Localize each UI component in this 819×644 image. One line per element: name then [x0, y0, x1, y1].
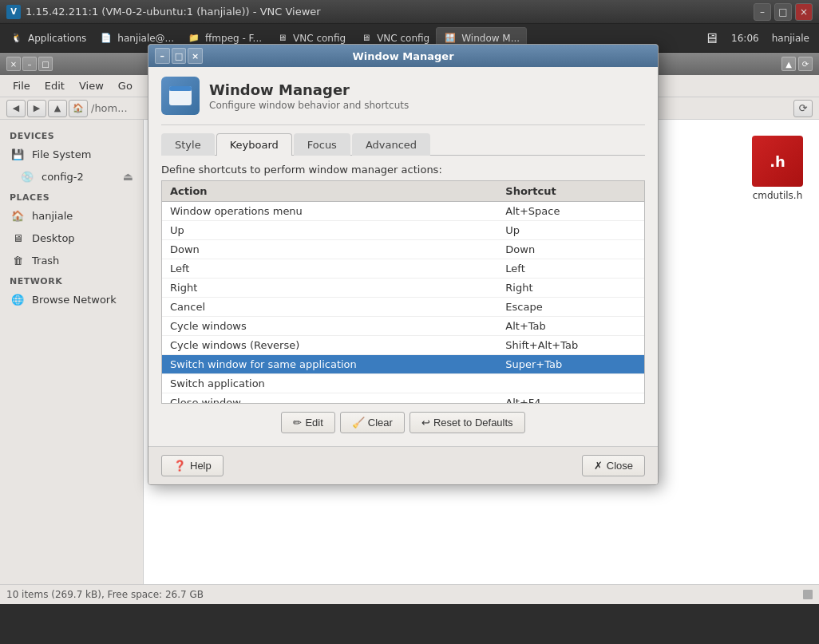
tab-focus[interactable]: Focus [294, 133, 350, 156]
dialog-title-bar: – □ × Window Manager [148, 45, 658, 67]
cell-action: Cycle windows [162, 317, 497, 336]
cell-shortcut: Alt+F4 [497, 393, 644, 405]
table-row[interactable]: Window operations menuAlt+Space [162, 202, 644, 221]
cell-action: Cancel [162, 298, 497, 317]
wm-svg-icon [168, 83, 193, 109]
close-icon: ✗ [594, 460, 603, 472]
header-shortcut: Shortcut [497, 181, 644, 202]
dialog-overlay: – □ × Window Manager Window Manager [0, 0, 819, 644]
header-action: Action [162, 181, 497, 202]
cell-shortcut: Shift+Alt+Tab [497, 336, 644, 355]
tab-bar: Style Keyboard Focus Advanced [161, 133, 645, 156]
cell-shortcut: Alt+Space [497, 202, 644, 221]
table-row[interactable]: Cycle windowsAlt+Tab [162, 317, 644, 336]
tab-style[interactable]: Style [161, 133, 215, 156]
reset-button[interactable]: ↩ Reset to Defaults [410, 412, 525, 433]
dialog-close-button[interactable]: ✗ Close [582, 455, 645, 476]
dialog-app-icon [161, 77, 200, 115]
cell-shortcut: Right [497, 279, 644, 298]
dialog-content: Window Manager Configure window behavior… [148, 67, 658, 446]
dialog-close-btn[interactable]: × [188, 48, 203, 64]
table-header-row: Action Shortcut [162, 181, 644, 202]
dialog-title-text: Window Manager [203, 50, 603, 62]
cell-shortcut: Down [497, 240, 644, 259]
edit-icon: ✏ [293, 417, 302, 429]
cell-shortcut: Alt+Tab [497, 317, 644, 336]
cell-shortcut: Escape [497, 298, 644, 317]
cell-action: Switch application [162, 374, 497, 393]
table-row[interactable]: RightRight [162, 279, 644, 298]
table-row[interactable]: CancelEscape [162, 298, 644, 317]
cell-action: Up [162, 221, 497, 240]
clear-icon: 🧹 [352, 417, 365, 429]
cell-action: Down [162, 240, 497, 259]
cell-action: Left [162, 259, 497, 279]
cell-action: Window operations menu [162, 202, 497, 221]
table-row[interactable]: LeftLeft [162, 259, 644, 279]
cell-action: Close window [162, 393, 497, 405]
cell-shortcut: Left [497, 259, 644, 279]
cell-action: Switch window for same application [162, 355, 497, 374]
dialog-minimize-btn[interactable]: – [155, 48, 170, 64]
dialog-header-text: Window Manager Configure window behavior… [209, 81, 409, 111]
dialog-footer: ❓ Help ✗ Close [148, 446, 658, 484]
reset-icon: ↩ [421, 417, 430, 429]
dialog-app-subtitle: Configure window behavior and shortcuts [209, 100, 409, 111]
cell-action: Right [162, 279, 497, 298]
cell-shortcut: Up [497, 221, 644, 240]
table-row[interactable]: UpUp [162, 221, 644, 240]
dialog-actions: ✏ Edit 🧹 Clear ↩ Reset to Defaults [161, 404, 645, 437]
help-icon: ❓ [173, 460, 186, 472]
shortcuts-table-wrapper[interactable]: Action Shortcut Window operations menuAl… [161, 180, 645, 404]
svg-rect-2 [169, 86, 192, 91]
dialog-header: Window Manager Configure window behavior… [161, 77, 645, 125]
edit-button[interactable]: ✏ Edit [281, 412, 334, 433]
table-row[interactable]: Switch application [162, 374, 644, 393]
help-button[interactable]: ❓ Help [161, 455, 224, 476]
tab-keyboard[interactable]: Keyboard [216, 133, 292, 156]
table-row[interactable]: DownDown [162, 240, 644, 259]
tab-advanced[interactable]: Advanced [352, 133, 430, 156]
cell-shortcut [497, 374, 644, 393]
table-row[interactable]: Close windowAlt+F4 [162, 393, 644, 405]
shortcuts-table: Action Shortcut Window operations menuAl… [162, 181, 644, 404]
cell-action: Cycle windows (Reverse) [162, 336, 497, 355]
clear-button[interactable]: 🧹 Clear [340, 412, 405, 433]
dialog-app-name: Window Manager [209, 81, 409, 98]
shortcuts-description: Define shortcuts to perform window manag… [161, 156, 645, 180]
cell-shortcut: Super+Tab [497, 355, 644, 374]
table-row[interactable]: Switch window for same applicationSuper+… [162, 355, 644, 374]
dialog-maximize-btn[interactable]: □ [172, 48, 187, 64]
window-manager-dialog: – □ × Window Manager Window Manager [148, 44, 659, 485]
table-row[interactable]: Cycle windows (Reverse)Shift+Alt+Tab [162, 336, 644, 355]
